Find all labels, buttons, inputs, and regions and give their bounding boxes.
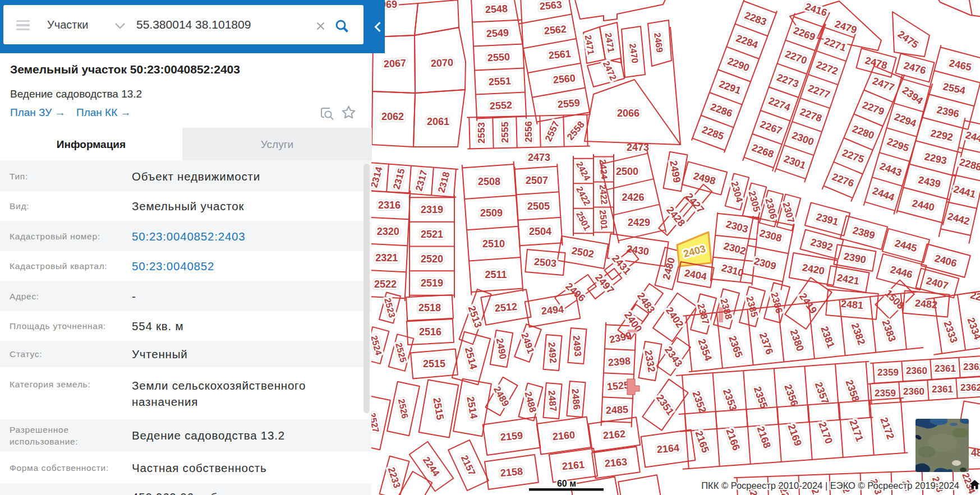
svg-text:2359: 2359 (877, 367, 899, 378)
svg-text:2157: 2157 (459, 454, 477, 477)
svg-text:2164: 2164 (656, 442, 680, 455)
svg-text:2441: 2441 (953, 183, 977, 200)
svg-text:2520: 2520 (421, 253, 443, 265)
svg-text:2357: 2357 (813, 381, 831, 405)
svg-text:2524: 2524 (371, 335, 384, 357)
svg-text:2332: 2332 (642, 349, 657, 373)
svg-text:2292: 2292 (930, 127, 954, 143)
svg-text:2233: 2233 (386, 466, 403, 489)
svg-text:2523: 2523 (383, 297, 397, 319)
svg-text:2488: 2488 (522, 390, 538, 413)
svg-text:2286: 2286 (709, 101, 734, 119)
svg-text:2160: 2160 (552, 429, 576, 442)
svg-text:2277: 2277 (807, 82, 831, 100)
svg-text:2361: 2361 (935, 363, 956, 374)
svg-text:2267: 2267 (758, 118, 783, 136)
svg-text:2354: 2354 (696, 337, 714, 362)
svg-text:2475: 2475 (896, 29, 921, 50)
svg-text:2333: 2333 (941, 320, 959, 344)
svg-text:2469: 2469 (652, 32, 665, 53)
svg-text:2554: 2554 (942, 81, 966, 96)
svg-text:2516: 2516 (419, 326, 441, 337)
svg-text:2293: 2293 (923, 151, 947, 166)
svg-text:2476: 2476 (903, 59, 927, 76)
svg-text:2391: 2391 (815, 211, 840, 228)
svg-text:2551: 2551 (488, 75, 511, 87)
svg-text:2525: 2525 (394, 342, 408, 364)
svg-text:2471: 2471 (603, 32, 616, 53)
svg-text:2515: 2515 (423, 358, 445, 369)
svg-text:2305: 2305 (746, 189, 762, 212)
svg-text:2386: 2386 (769, 291, 784, 314)
svg-text:2318: 2318 (436, 170, 452, 193)
svg-text:2171: 2171 (847, 418, 865, 443)
svg-text:2166: 2166 (724, 427, 742, 452)
svg-text:2421: 2421 (836, 272, 860, 287)
svg-text:2362: 2362 (963, 362, 980, 372)
svg-text:2319: 2319 (421, 204, 443, 215)
svg-text:2360: 2360 (903, 386, 924, 397)
svg-text:2515: 2515 (431, 397, 446, 421)
svg-text:2276: 2276 (831, 171, 855, 189)
svg-text:2353: 2353 (721, 387, 739, 412)
svg-text:2492: 2492 (546, 341, 558, 363)
svg-text:2359: 2359 (875, 388, 896, 399)
svg-text:2510: 2510 (482, 238, 505, 249)
svg-text:2527: 2527 (371, 412, 381, 433)
svg-text:2426: 2426 (622, 192, 644, 203)
svg-text:2477: 2477 (871, 75, 896, 93)
svg-text:2514: 2514 (463, 346, 480, 371)
svg-text:2268: 2268 (751, 142, 775, 160)
svg-text:2070: 2070 (430, 57, 453, 69)
svg-text:2509: 2509 (480, 207, 503, 219)
svg-text:2493: 2493 (570, 335, 583, 357)
svg-text:2501: 2501 (574, 210, 592, 232)
svg-text:2303: 2303 (725, 218, 749, 235)
svg-text:2479: 2479 (834, 18, 858, 36)
svg-text:2556: 2556 (523, 121, 534, 142)
svg-text:2271: 2271 (823, 35, 848, 53)
svg-text:2420: 2420 (801, 262, 825, 277)
svg-text:2170: 2170 (816, 420, 834, 445)
svg-text:2302: 2302 (723, 240, 747, 257)
svg-text:2275: 2275 (841, 147, 866, 165)
svg-text:2355: 2355 (752, 385, 770, 410)
svg-text:2304: 2304 (729, 180, 744, 203)
svg-text:2472: 2472 (601, 59, 618, 82)
svg-text:2307: 2307 (780, 201, 796, 224)
svg-text:2358: 2358 (843, 378, 861, 403)
svg-text:2478: 2478 (864, 54, 889, 71)
svg-text:2394: 2394 (900, 85, 925, 107)
svg-text:2512: 2512 (494, 301, 518, 314)
svg-text:2406: 2406 (933, 252, 958, 269)
svg-text:2362: 2362 (960, 382, 980, 393)
svg-text:2404: 2404 (683, 267, 707, 283)
svg-text:2376: 2376 (757, 331, 775, 356)
svg-text:2446: 2446 (889, 263, 914, 280)
svg-text:2429: 2429 (628, 217, 650, 228)
svg-text:2513: 2513 (466, 304, 484, 329)
svg-text:2487: 2487 (546, 390, 558, 411)
svg-text:2365: 2365 (726, 334, 744, 359)
svg-text:2274: 2274 (767, 95, 792, 113)
svg-text:2352: 2352 (690, 390, 708, 414)
svg-text:2295: 2295 (886, 136, 910, 154)
svg-text:2501: 2501 (598, 210, 609, 230)
svg-text:2444: 2444 (871, 185, 896, 203)
svg-text:2315: 2315 (391, 167, 407, 190)
svg-text:2508: 2508 (478, 176, 500, 187)
svg-text:2481: 2481 (840, 298, 864, 311)
svg-text:2396: 2396 (936, 104, 960, 120)
svg-text:2283: 2283 (743, 10, 768, 27)
svg-text:2504: 2504 (529, 226, 551, 237)
svg-text:2314: 2314 (371, 165, 385, 189)
svg-text:2440: 2440 (911, 197, 935, 213)
svg-text:2511: 2511 (485, 269, 507, 280)
svg-text:2321: 2321 (375, 252, 398, 263)
svg-text:2550: 2550 (487, 51, 510, 63)
svg-text:2162: 2162 (602, 428, 626, 441)
svg-text:2279: 2279 (861, 99, 886, 117)
svg-text:2169: 2169 (785, 423, 803, 447)
svg-text:2563: 2563 (539, 0, 563, 12)
svg-text:2168: 2168 (754, 425, 772, 450)
